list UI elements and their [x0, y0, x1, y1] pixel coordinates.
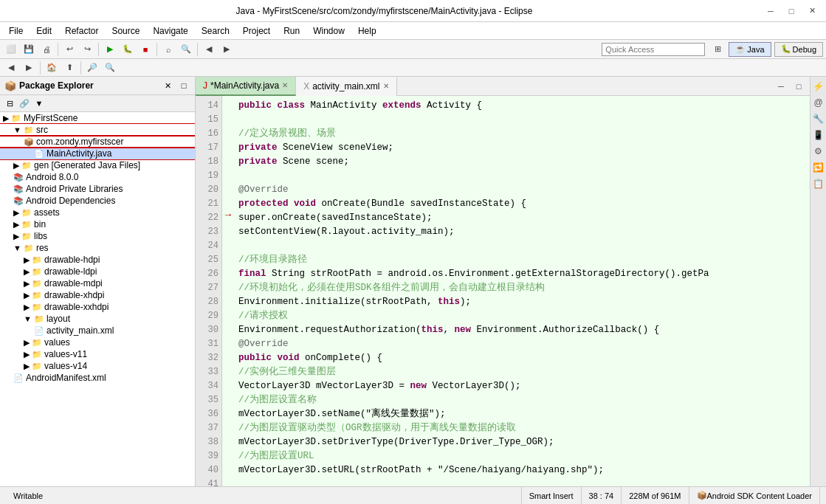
back-button[interactable]: ◀ [3, 61, 19, 75]
tree-item-label: bin [34, 219, 46, 229]
open-type-button[interactable]: ⌕ [160, 42, 176, 57]
quick-access-input[interactable] [602, 43, 705, 56]
link-editor-button[interactable]: 🔗 [18, 97, 31, 110]
right-icon-2[interactable]: @ [812, 96, 825, 109]
tab-xml-close[interactable]: ✕ [383, 82, 389, 90]
tree-item-com-zondy-myfirstscer[interactable]: 📦com.zondy.myfirstscer [0, 136, 195, 148]
tree-item-values[interactable]: ▶ 📁values [0, 336, 195, 348]
tree-item-Android-Private-Libraries[interactable]: 📚Android Private Libraries [0, 183, 195, 195]
tree-item-Android-Dependencies[interactable]: 📚Android Dependencies [0, 195, 195, 207]
open-perspective-button[interactable]: ⊞ [709, 42, 726, 57]
search-button[interactable]: 🔍 [178, 42, 194, 57]
redo-button[interactable]: ↪ [79, 42, 95, 57]
close-button[interactable]: ✕ [804, 4, 820, 18]
package-explorer-title: Package Explorer [19, 80, 158, 91]
tree-item-bin[interactable]: ▶ 📁bin [0, 218, 195, 230]
tree-item-activity-main-xml[interactable]: 📄activity_main.xml [0, 325, 195, 336]
forward-button[interactable]: ▶ [21, 61, 37, 75]
pkg-maximize-button[interactable]: □ [177, 79, 190, 92]
tree-item-drawable-xxhdpi[interactable]: ▶ 📁drawable-xxhdpi [0, 301, 195, 313]
tree-item-MainActivity-java[interactable]: 📄MainActivity.java [0, 148, 195, 159]
code-line: setContentView(R.layout.activity_main); [238, 225, 805, 239]
line-number: 18 [199, 155, 218, 169]
run-button[interactable]: ▶ [102, 42, 118, 57]
code-content[interactable]: public class MainActivity extends Activi… [234, 96, 810, 486]
stop-button[interactable]: ■ [137, 42, 154, 57]
tree-item-gen--Generated-Java-Files-[interactable]: ▶ 📁gen [Generated Java Files] [0, 159, 195, 171]
maximize-button[interactable]: □ [783, 4, 799, 18]
tree-item-layout[interactable]: ▼ 📁layout [0, 313, 195, 325]
tree-item-values-v11[interactable]: ▶ 📁values-v11 [0, 348, 195, 360]
right-icon-7[interactable]: 📋 [812, 177, 825, 190]
tree-item-drawable-mdpi[interactable]: ▶ 📁drawable-mdpi [0, 277, 195, 289]
menu-window[interactable]: Window [307, 24, 351, 38]
tab-main-activity-close[interactable]: ✕ [282, 81, 288, 89]
right-icon-5[interactable]: ⚙ [812, 145, 825, 158]
zoom-in-button[interactable]: 🔎 [84, 61, 100, 75]
menu-refactor[interactable]: Refactor [59, 24, 104, 38]
debug-perspective-button[interactable]: 🐛 Debug [774, 42, 823, 57]
tree-item-res[interactable]: ▼ 📁res [0, 242, 195, 254]
right-icon-3[interactable]: 🔧 [812, 112, 825, 125]
tree-item-Android-8-0-0[interactable]: 📚Android 8.0.0 [0, 171, 195, 183]
code-line: //为图层设置驱动类型（OGR数据驱动，用于离线矢量数据的读取 [238, 421, 805, 435]
tree-item-AndroidManifest-xml[interactable]: 📄AndroidManifest.xml [0, 372, 195, 384]
menu-navigate[interactable]: Navigate [147, 24, 193, 38]
tree-item-libs[interactable]: ▶ 📁libs [0, 230, 195, 242]
undo-button[interactable]: ↩ [61, 42, 78, 57]
debug-icon: 🐛 [781, 44, 791, 54]
home-button[interactable]: 🏠 [44, 61, 60, 75]
tree-item-drawable-hdpi[interactable]: ▶ 📁drawable-hdpi [0, 254, 195, 266]
menu-source[interactable]: Source [106, 24, 145, 38]
right-icon-4[interactable]: 📱 [812, 128, 825, 142]
tab-main-activity[interactable]: J *MainActivity.java ✕ [196, 77, 296, 96]
tree-item-MyFirstScene[interactable]: ▶ 📁MyFirstScene [0, 112, 195, 124]
debug-button[interactable]: 🐛 [120, 42, 136, 57]
up-button[interactable]: ⬆ [61, 61, 78, 75]
tree-item-src[interactable]: ▼ 📁src [0, 124, 195, 136]
menu-edit[interactable]: Edit [30, 24, 58, 38]
tree-item-label: drawable-mdpi [44, 278, 103, 289]
next-annot-button[interactable]: ▶ [218, 42, 235, 57]
editor-minimize-button[interactable]: ─ [773, 79, 789, 94]
gutter-line [222, 291, 234, 305]
line-number: 23 [199, 225, 218, 239]
toolbar-right: ⊞ ☕ Java 🐛 Debug [709, 42, 823, 57]
editor-maximize-button[interactable]: □ [791, 79, 807, 94]
java-perspective-button[interactable]: ☕ Java [729, 42, 771, 57]
zoom-out-button[interactable]: 🔍 [102, 61, 118, 75]
pkg-minimize-button[interactable]: ✕ [161, 79, 174, 92]
toolbar2-separator2 [80, 61, 81, 75]
save-button[interactable]: 💾 [21, 42, 37, 57]
tree-indent [0, 125, 13, 135]
gutter-line [222, 179, 234, 193]
menu-search[interactable]: Search [196, 24, 235, 38]
tree-item-drawable-ldpi[interactable]: ▶ 📁drawable-ldpi [0, 266, 195, 277]
code-line: @Override [238, 183, 805, 197]
editor-tabs: J *MainActivity.java ✕ X activity_main.x… [196, 77, 810, 96]
gutter-line [222, 235, 234, 249]
tree-item-icon: ▶ 📁 [24, 267, 42, 277]
tree-item-values-v14[interactable]: ▶ 📁values-v14 [0, 360, 195, 372]
minimize-button[interactable]: ─ [763, 4, 779, 18]
collapse-all-button[interactable]: ⊟ [3, 97, 16, 110]
right-icon-1[interactable]: ⚡ [812, 80, 825, 93]
menu-help[interactable]: Help [352, 24, 382, 38]
tree-item-drawable-xhdpi[interactable]: ▶ 📁drawable-xhdpi [0, 289, 195, 301]
menu-run[interactable]: Run [278, 24, 306, 38]
tree-item-assets[interactable]: ▶ 📁assets [0, 207, 195, 218]
menu-project[interactable]: Project [237, 24, 276, 38]
print-button[interactable]: 🖨 [38, 42, 55, 57]
tree-item-label: assets [34, 207, 60, 218]
code-line: //环境目录路径 [238, 253, 805, 267]
tree-item-icon: 📚 [13, 196, 24, 206]
code-line [238, 477, 805, 486]
new-button[interactable]: ⬜ [3, 42, 19, 57]
package-explorer-toolbar: ⊟ 🔗 ▼ [0, 95, 195, 112]
menu-file[interactable]: File [3, 24, 29, 38]
tab-activity-main-xml[interactable]: X activity_main.xml ✕ [296, 77, 396, 96]
prev-annot-button[interactable]: ◀ [201, 42, 217, 57]
tree-indent [0, 184, 13, 194]
right-icon-6[interactable]: 🔁 [812, 161, 825, 174]
pkg-view-menu-button[interactable]: ▼ [32, 97, 46, 110]
